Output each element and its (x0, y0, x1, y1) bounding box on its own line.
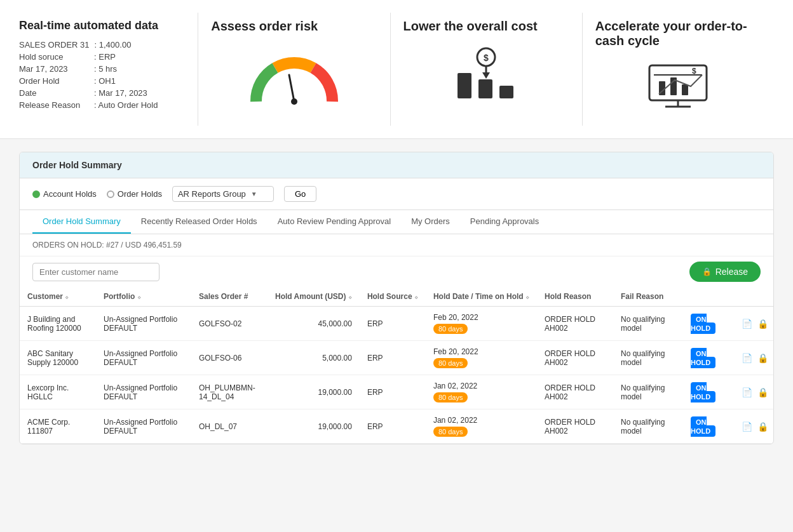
hold-date-text-2: Feb 20, 2022 (433, 347, 529, 356)
lock-action-icon-2[interactable]: 🔒 (757, 353, 768, 363)
th-hold-source[interactable]: Hold Source ⬦ (360, 287, 426, 307)
sort-icon-amount: ⬦ (348, 293, 352, 300)
on-hold-badge-2: ON HOLD (691, 348, 715, 368)
document-icon-4[interactable]: 📄 (742, 422, 752, 432)
info-row-1: SALES ORDER 31 : 1,400.00 (19, 40, 185, 50)
svg-text:$: $ (692, 67, 696, 76)
cell-status-3: ON HOLD (683, 375, 734, 409)
on-hold-badge-1: ON HOLD (691, 314, 715, 334)
document-icon-1[interactable]: 📄 (742, 319, 752, 329)
tab-my-orders[interactable]: My Orders (401, 210, 460, 234)
cash-cycle-icon: $ (646, 62, 710, 113)
cell-actions-2: 📄 🔒 (734, 341, 774, 375)
tab-label-4: My Orders (411, 216, 450, 226)
realtime-data-section: Real-time automated data SALES ORDER 31 … (19, 13, 198, 126)
tab-order-hold-summary[interactable]: Order Hold Summary (32, 210, 131, 234)
days-badge-1: 80 days (433, 324, 468, 334)
value-date2: : Mar 17, 2023 (94, 88, 147, 98)
svg-point-1 (291, 98, 297, 105)
release-button-label: Release (715, 267, 748, 277)
gauge-container (211, 41, 377, 117)
cell-holddate-2: Feb 20, 2022 80 days (426, 341, 537, 375)
cell-actions-3: 📄 🔒 (734, 375, 774, 409)
th-actions (734, 287, 774, 307)
on-hold-badge-3: ON HOLD (691, 382, 715, 402)
tab-recently-released[interactable]: Recently Released Order Holds (131, 210, 268, 234)
dropdown-arrow-icon: ▼ (251, 190, 257, 197)
order-holds-dot (107, 190, 114, 198)
accelerate-title: Accelerate your order-to-cash cycle (595, 19, 761, 48)
go-button[interactable]: Go (284, 186, 316, 202)
assess-risk-title: Assess order risk (211, 19, 377, 34)
tab-label-2: Recently Released Order Holds (141, 216, 257, 226)
cell-holdreason-3: ORDER HOLD AH002 (537, 375, 613, 409)
th-sales-order: Sales Order # (191, 287, 268, 307)
tab-auto-review[interactable]: Auto Review Pending Approval (268, 210, 402, 234)
cell-actions-4: 📄 🔒 (734, 409, 774, 444)
assess-risk-section: Assess order risk (198, 13, 390, 126)
table-row: ABC Sanitary Supply 120000 Un-Assigned P… (20, 341, 774, 375)
bar-columns-icon: $ (448, 44, 524, 102)
account-holds-radio[interactable]: Account Holds (32, 189, 97, 199)
value-release-reason: : Auto Order Hold (94, 100, 158, 110)
cell-status-1: ON HOLD (683, 307, 734, 341)
document-icon-3[interactable]: 📄 (742, 387, 752, 397)
cell-failreason-4: No qualifying model (613, 409, 683, 444)
th-hold-date[interactable]: Hold Date / Time on Hold ⬦ (426, 287, 537, 307)
svg-text:$: $ (484, 53, 489, 63)
th-fail-reason: Fail Reason (613, 287, 683, 307)
customer-search-input[interactable] (32, 263, 159, 281)
reports-group-dropdown[interactable]: AR Reports Group ▼ (172, 186, 274, 202)
cell-failreason-3: No qualifying model (613, 375, 683, 409)
document-icon-2[interactable]: 📄 (742, 353, 752, 363)
th-portfolio[interactable]: Portfolio ⬦ (96, 287, 191, 307)
release-button[interactable]: 🔒 Release (689, 262, 761, 282)
hold-type-radio-group: Account Holds Order Holds (32, 189, 162, 199)
orders-info-bar: ORDERS ON HOLD: #27 / USD 496,451.59 (20, 234, 773, 256)
cell-holdreason-4: ORDER HOLD AH002 (537, 409, 613, 444)
lock-action-icon-1[interactable]: 🔒 (757, 319, 768, 329)
order-hold-summary-panel: Order Hold Summary Account Holds Order H… (19, 152, 774, 444)
section-header: Order Hold Summary (20, 152, 773, 178)
info-row-6: Release Reason : Auto Order Hold (19, 100, 185, 110)
order-holds-label: Order Holds (118, 189, 162, 199)
tab-pending-approvals[interactable]: Pending Approvals (460, 210, 549, 234)
days-badge-4: 80 days (433, 427, 468, 437)
th-hold-amount[interactable]: Hold Amount (USD) ⬦ (268, 287, 360, 307)
label-date: Mar 17, 2023 (19, 64, 89, 74)
cell-salesorder-1: GOLFSO-02 (191, 307, 268, 341)
cell-holdreason-2: ORDER HOLD AH002 (537, 341, 613, 375)
label-hold-source: Hold soruce (19, 52, 89, 62)
sort-icon-source: ⬦ (414, 293, 418, 300)
cell-status-4: ON HOLD (683, 409, 734, 444)
label-order-hold: Order Hold (19, 76, 89, 86)
lock-action-icon-3[interactable]: 🔒 (757, 387, 768, 397)
lock-icon: 🔒 (702, 267, 712, 276)
lock-action-icon-4[interactable]: 🔒 (757, 422, 768, 432)
cell-customer-4: ACME Corp. 111807 (20, 409, 96, 444)
gauge-chart (243, 48, 345, 111)
table-body: J Building and Roofing 120000 Un-Assigne… (20, 307, 774, 444)
hold-date-text-1: Feb 20, 2022 (433, 313, 529, 322)
cell-holddate-3: Jan 02, 2022 80 days (426, 375, 537, 409)
top-banner: Real-time automated data SALES ORDER 31 … (0, 0, 793, 139)
cell-portfolio-2: Un-Assigned Portfolio DEFAULT (96, 341, 191, 375)
value-order-hold: : OH1 (94, 76, 116, 86)
svg-rect-13 (682, 84, 688, 95)
cell-holdamount-2: 5,000.00 (268, 341, 360, 375)
accelerate-section: Accelerate your order-to-cash cycle $ (583, 13, 774, 126)
cell-customer-3: Lexcorp Inc. HGLLC (20, 375, 96, 409)
cell-holdsource-3: ERP (360, 375, 426, 409)
cell-holdsource-1: ERP (360, 307, 426, 341)
th-customer[interactable]: Customer ⬦ (20, 287, 96, 307)
table-row: J Building and Roofing 120000 Un-Assigne… (20, 307, 774, 341)
cell-portfolio-4: Un-Assigned Portfolio DEFAULT (96, 409, 191, 444)
filter-bar: Account Holds Order Holds AR Reports Gro… (20, 178, 773, 210)
info-row-3: Mar 17, 2023 : 5 hrs (19, 64, 185, 74)
order-holds-radio[interactable]: Order Holds (107, 189, 162, 199)
reports-group-value: AR Reports Group (178, 189, 246, 199)
label-date2: Date (19, 88, 89, 98)
tab-label-1: Order Hold Summary (43, 216, 121, 226)
days-badge-3: 80 days (433, 392, 468, 402)
lower-cost-title: Lower the overall cost (403, 19, 569, 34)
